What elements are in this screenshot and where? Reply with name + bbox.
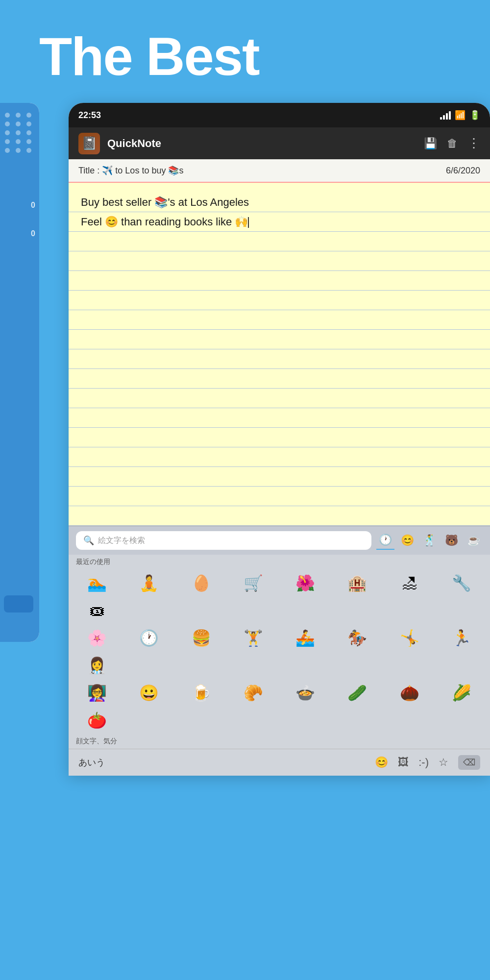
keyboard-bottom-bar: あいう 😊 🖼 :-) ☆ ⌫ [69, 749, 490, 776]
dot [16, 130, 21, 135]
dot [5, 139, 10, 144]
dot [5, 130, 10, 135]
signal-bars-icon [440, 111, 451, 120]
emoji-cat-food[interactable]: ☕ [465, 532, 483, 549]
emoji-flowers[interactable]: 🌸 [71, 624, 123, 652]
search-icon: 🔍 [83, 535, 94, 546]
dot [16, 148, 21, 153]
note-line-1: Buy best seller 📚's at Los Angeles [81, 193, 480, 212]
emoji-tomato[interactable]: 🍅 [71, 707, 123, 734]
sidebar-num: 0 [31, 229, 35, 238]
emoji-cat-animals[interactable]: 🐻 [442, 532, 461, 549]
emoji-rowing[interactable]: 🚣 [279, 624, 331, 652]
emoji-croissant[interactable]: 🥐 [227, 679, 279, 707]
dot [26, 148, 31, 153]
emoji-cat-people[interactable]: 🕺 [420, 532, 439, 549]
emoji-doctor[interactable]: 👩‍⚕️ [71, 652, 123, 679]
emoji-weightlift[interactable]: 🏋 [227, 624, 279, 652]
emoji-hotel[interactable]: 🏨 [331, 569, 383, 597]
dot [26, 113, 31, 118]
keyboard-sticker-button[interactable]: 🖼 [398, 756, 409, 769]
dot [5, 122, 10, 126]
emoji-cat-recent[interactable]: 🕐 [376, 531, 394, 550]
emoji-category-icons: 🕐 😊 🕺 🐻 ☕ [376, 531, 483, 550]
toolbar-actions: 💾 🗑 ⋮ [424, 136, 480, 151]
search-placeholder: 絵文字を検索 [98, 536, 145, 546]
dots-pattern [5, 113, 33, 153]
note-title-bar: Title : ✈️ to Los to buy 📚s 6/6/2020 [69, 159, 490, 183]
left-card-inner: 0 0 [0, 103, 39, 642]
dot [16, 113, 21, 118]
emoji-keyboard: 🔍 絵文字を検索 🕐 😊 🕺 🐻 ☕ 最近の使用 🏊 🧘 🥚 🛒 [69, 526, 490, 776]
emoji-search-bar: 🔍 絵文字を検索 🕐 😊 🕺 🐻 ☕ [69, 526, 490, 555]
note-content-area[interactable]: Buy best seller 📚's at Los Angeles Feel … [69, 183, 490, 526]
status-bar: 22:53 📶 🔋 [69, 103, 490, 127]
dot [5, 148, 10, 153]
status-icons: 📶 🔋 [440, 110, 480, 121]
sidebar-numbers: 0 0 [31, 201, 35, 238]
emoji-corn[interactable]: 🌽 [436, 679, 488, 707]
app-name: QuickNote [107, 137, 416, 150]
signal-bar-4 [449, 111, 451, 120]
battery-icon: 🔋 [469, 110, 480, 121]
keyboard-emoji-button[interactable]: 😊 [375, 756, 388, 769]
kaomoji-label: 顔文字、気分 [69, 734, 490, 749]
emoji-gymnastics[interactable]: 🤸 [384, 624, 436, 652]
dot [16, 122, 21, 126]
dot [5, 113, 10, 118]
emoji-grid-row1: 🏊 🧘 🥚 🛒 🌺 🏨 🏖 🔧 🎟 [69, 569, 490, 624]
status-time: 22:53 [78, 110, 101, 121]
note-lines [69, 183, 490, 526]
signal-bar-3 [446, 113, 448, 120]
main-app-card: 22:53 📶 🔋 📓 QuickNote 💾 🗑 ⋮ [69, 103, 490, 776]
hero-title: The Best [39, 29, 451, 83]
emoji-chestnut[interactable]: 🌰 [384, 679, 436, 707]
note-text[interactable]: Buy best seller 📚's at Los Angeles Feel … [81, 193, 480, 232]
emoji-egg[interactable]: 🥚 [175, 569, 227, 597]
emoji-teacher[interactable]: 👩‍🏫 [71, 679, 123, 707]
text-cursor [248, 217, 249, 228]
sidebar-num: 0 [31, 201, 35, 210]
hero-section: The Best [0, 0, 490, 103]
note-title[interactable]: Title : ✈️ to Los to buy 📚s [78, 165, 183, 176]
emoji-hibiscus[interactable]: 🌺 [279, 569, 331, 597]
main-area: 0 0 22:53 📶 🔋 📓 [0, 103, 490, 980]
note-date: 6/6/2020 [446, 166, 480, 176]
emoji-cart[interactable]: 🛒 [227, 569, 279, 597]
emoji-running[interactable]: 🏃 [436, 624, 488, 652]
emoji-search-input[interactable]: 🔍 絵文字を検索 [76, 531, 371, 550]
dot [16, 139, 21, 144]
wifi-icon: 📶 [455, 110, 466, 121]
dot [26, 139, 31, 144]
hiragana-key[interactable]: あいう [78, 757, 375, 768]
dot [26, 122, 31, 126]
recent-label: 最近の使用 [69, 555, 490, 569]
emoji-ticket[interactable]: 🎟 [71, 597, 123, 624]
emoji-swimming[interactable]: 🏊 [71, 569, 123, 597]
left-card: 0 0 [0, 103, 39, 642]
app-toolbar: 📓 QuickNote 💾 🗑 ⋮ [69, 127, 490, 159]
emoji-clock[interactable]: 🕐 [123, 624, 175, 652]
delete-button[interactable]: 🗑 [447, 137, 458, 150]
emoji-cucumber[interactable]: 🥒 [331, 679, 383, 707]
keyboard-kaomoji-button[interactable]: :-) [418, 756, 429, 769]
save-button[interactable]: 💾 [424, 137, 437, 150]
signal-bar-2 [443, 115, 445, 120]
note-line-2: Feel 😊 than reading books like 🙌 [81, 212, 480, 232]
emoji-horse[interactable]: 🏇 [331, 624, 383, 652]
emoji-pot[interactable]: 🍲 [279, 679, 331, 707]
emoji-beach[interactable]: 🏖 [384, 569, 436, 597]
keyboard-icon-row: 😊 🖼 :-) ☆ ⌫ [375, 755, 480, 770]
keyboard-star-button[interactable]: ☆ [439, 756, 448, 769]
emoji-beer[interactable]: 🍺 [175, 679, 227, 707]
emoji-tools[interactable]: 🔧 [436, 569, 488, 597]
emoji-burger[interactable]: 🍔 [175, 624, 227, 652]
dot [26, 130, 31, 135]
keyboard-delete-button[interactable]: ⌫ [458, 755, 480, 770]
more-button[interactable]: ⋮ [467, 136, 480, 151]
emoji-meditation[interactable]: 🧘 [123, 569, 175, 597]
signal-bar-1 [440, 117, 442, 120]
sidebar-blue-button[interactable] [4, 595, 33, 612]
emoji-grinning[interactable]: 😀 [123, 679, 175, 707]
emoji-cat-smileys[interactable]: 😊 [398, 532, 416, 549]
